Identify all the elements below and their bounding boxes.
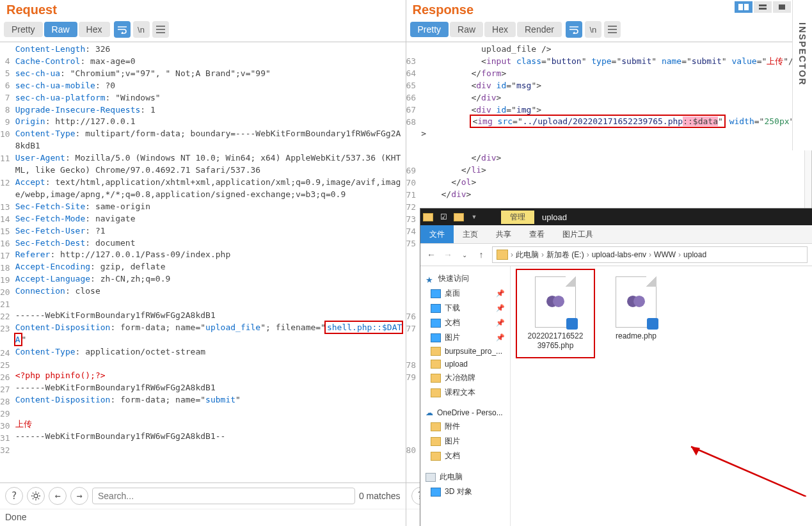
stack-view-icon[interactable]: [754, 1, 772, 13]
explorer-nav: ← → ⌄ ↑ ›此电脑 ›新加卷 (E:) ›upload-labs-env …: [420, 244, 812, 266]
chevron-down-icon[interactable]: ▼: [466, 211, 482, 223]
explorer-file-area[interactable]: 2022021716522 39765.php readme.php: [511, 266, 812, 526]
folder-icon: [497, 250, 508, 260]
wrap-toggle-icon[interactable]: [114, 21, 131, 38]
prev-icon[interactable]: ←: [49, 487, 67, 505]
checkbox-icon: ☑: [436, 211, 451, 223]
svg-line-11: [691, 447, 806, 497]
svg-rect-6: [779, 4, 785, 10]
sidebar-item-thispc[interactable]: 此电脑: [420, 470, 510, 484]
menu-icon[interactable]: [604, 21, 621, 38]
sidebar-item-course[interactable]: 课程文本: [420, 385, 510, 400]
file-explorer-window: ☑ ▼ 管理 upload 文件 主页 共享 查看 图片工具 ← → ⌄ ↑ ›…: [420, 208, 812, 526]
svg-rect-5: [759, 8, 767, 10]
tab-file[interactable]: 文件: [420, 225, 454, 243]
sidebar-item-docs[interactable]: 文档📌: [420, 315, 510, 330]
sidebar-item-upload[interactable]: upload: [420, 358, 510, 371]
explorer-sidebar: ★快速访问 桌面📌 下载📌 文档📌 图片📌 burpsuite_pro_... …: [420, 266, 511, 526]
response-tabs: Pretty Raw Hex Render \n: [406, 21, 812, 42]
ribbon-tabs: 文件 主页 共享 查看 图片工具: [420, 225, 812, 244]
sidebar-item-docs2[interactable]: 文档: [420, 449, 510, 463]
newline-icon[interactable]: \n: [133, 21, 150, 38]
svg-rect-4: [759, 4, 767, 6]
request-tabs: Pretty Raw Hex \n: [0, 21, 406, 42]
tab-hex[interactable]: Hex: [79, 22, 110, 37]
sidebar-item-onedrive[interactable]: ☁OneDrive - Perso...: [420, 406, 510, 419]
tab-share[interactable]: 共享: [487, 225, 520, 243]
crumb-thispc[interactable]: 此电脑: [516, 250, 539, 260]
manage-tab[interactable]: 管理: [501, 211, 534, 224]
search-input[interactable]: [92, 488, 355, 504]
request-title: Request: [0, 0, 406, 21]
view-toggle: [733, 0, 792, 14]
svg-rect-3: [744, 4, 749, 10]
svg-marker-12: [691, 447, 700, 456]
tab-render[interactable]: Render: [517, 22, 562, 37]
tab-view[interactable]: 查看: [520, 225, 553, 243]
inspector-panel[interactable]: INSPECTOR: [792, 0, 812, 150]
sidebar-item-dazhi[interactable]: 大冶劲牌: [420, 371, 510, 385]
tab-raw[interactable]: Raw: [450, 22, 483, 37]
split-view-icon[interactable]: [735, 1, 752, 13]
window-title: upload: [534, 211, 575, 223]
svg-point-0: [34, 494, 38, 498]
breadcrumb[interactable]: ›此电脑 ›新加卷 (E:) ›upload-labs-env ›WWW ›up…: [492, 246, 808, 263]
tab-hex[interactable]: Hex: [484, 22, 516, 37]
wrap-toggle-icon[interactable]: [566, 21, 582, 38]
folder-icon: [451, 211, 466, 223]
sidebar-item-attach[interactable]: 附件: [420, 419, 510, 434]
newline-icon[interactable]: \n: [585, 21, 601, 38]
inspector-label: INSPECTOR: [797, 22, 808, 86]
file-name: readme.php: [604, 331, 668, 341]
annotation-arrow: [685, 445, 806, 497]
sidebar-item-pics[interactable]: 图片📌: [420, 330, 510, 345]
sidebar-item-desktop[interactable]: 桌面📌: [420, 286, 510, 301]
explorer-titlebar[interactable]: ☑ ▼ 管理 upload: [420, 209, 812, 225]
tab-imgtools[interactable]: 图片工具: [553, 225, 602, 243]
chevron-down-icon[interactable]: ⌄: [459, 251, 470, 259]
next-icon[interactable]: →: [70, 487, 88, 505]
php-file-icon: [616, 276, 657, 328]
sidebar-item-quick[interactable]: ★快速访问: [420, 271, 510, 286]
vscode-badge-icon: [566, 318, 578, 330]
svg-rect-2: [738, 4, 743, 10]
file-item[interactable]: 2022021716522 39765.php: [517, 270, 594, 357]
tab-raw[interactable]: Raw: [44, 22, 77, 37]
tab-pretty[interactable]: Pretty: [410, 22, 449, 37]
tab-home[interactable]: 主页: [454, 225, 487, 243]
svg-point-10: [633, 296, 645, 307]
sidebar-item-pics2[interactable]: 图片: [420, 434, 510, 449]
file-name: 2022021716522 39765.php: [523, 331, 587, 351]
matches-label: 0 matches: [359, 491, 401, 501]
crumb-drive[interactable]: 新加卷 (E:): [546, 250, 584, 260]
back-icon[interactable]: ←: [426, 250, 437, 260]
svg-point-8: [553, 296, 564, 307]
sidebar-item-3d[interactable]: 3D 对象: [420, 484, 510, 499]
crumb-env[interactable]: upload-labs-env: [592, 250, 646, 259]
sidebar-item-burp[interactable]: burpsuite_pro_...: [420, 345, 510, 358]
folder-icon: [420, 211, 436, 223]
crumb-www[interactable]: WWW: [654, 250, 676, 259]
php-file-icon: [535, 276, 576, 328]
single-view-icon[interactable]: [773, 1, 791, 13]
tab-pretty[interactable]: Pretty: [4, 22, 43, 37]
request-editor[interactable]: 4567891011121314151617181920212223242526…: [0, 42, 406, 482]
settings-icon[interactable]: [27, 487, 45, 505]
forward-icon[interactable]: →: [442, 250, 454, 260]
help-icon[interactable]: ?: [5, 487, 23, 505]
sidebar-item-downloads[interactable]: 下载📌: [420, 301, 510, 315]
up-icon[interactable]: ↑: [475, 250, 487, 260]
menu-icon[interactable]: [152, 21, 169, 38]
crumb-upload[interactable]: upload: [683, 250, 706, 259]
vscode-badge-icon: [647, 318, 658, 330]
request-pane: Request Pretty Raw Hex \n 45678910111213…: [0, 0, 406, 526]
status-label: Done: [0, 509, 406, 526]
file-item[interactable]: readme.php: [604, 276, 668, 341]
request-footer: ? ← → 0 matches: [0, 482, 406, 509]
